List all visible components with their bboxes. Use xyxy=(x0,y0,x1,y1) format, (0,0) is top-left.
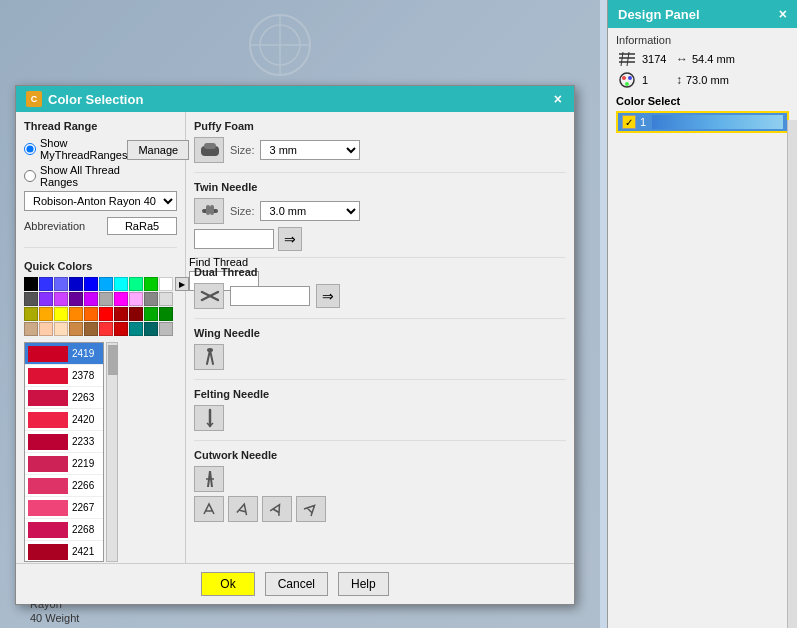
color-cell[interactable] xyxy=(99,322,113,336)
show-my-threads-radio[interactable] xyxy=(24,143,36,155)
dialog-titlebar: C Color Selection × xyxy=(16,86,574,112)
color-list-swatch xyxy=(28,522,68,538)
color-cell[interactable] xyxy=(144,292,158,306)
color-cell[interactable] xyxy=(54,292,68,306)
color-list-swatch xyxy=(28,434,68,450)
color-cell[interactable] xyxy=(39,277,53,291)
cutwork-tool-4[interactable] xyxy=(296,496,326,522)
color-list[interactable]: 2419237822632420223322192266226722682421… xyxy=(24,342,104,562)
design-panel-scrollbar[interactable] xyxy=(787,120,797,628)
color-list-item[interactable]: 2419 xyxy=(25,343,103,365)
cancel-button[interactable]: Cancel xyxy=(265,572,328,596)
color-cell[interactable] xyxy=(69,292,83,306)
thread-range-title: Thread Range xyxy=(24,120,177,132)
puffy-foam-icon[interactable] xyxy=(194,137,224,163)
color-cell[interactable] xyxy=(84,292,98,306)
color-checkbox[interactable]: ✓ xyxy=(622,115,636,129)
color-list-number: 2263 xyxy=(72,392,94,403)
color-cell[interactable] xyxy=(39,292,53,306)
color-cell[interactable] xyxy=(159,292,173,306)
color-cell[interactable] xyxy=(54,307,68,321)
color-cell[interactable] xyxy=(84,307,98,321)
color-list-scrollbar[interactable] xyxy=(106,342,118,562)
wing-needle-icon[interactable] xyxy=(194,344,224,370)
ok-button[interactable]: Ok xyxy=(201,572,254,596)
color-cell[interactable] xyxy=(99,277,113,291)
color-list-item[interactable]: 2219 xyxy=(25,453,103,475)
twin-needle-size-select[interactable]: 3.0 mm xyxy=(260,201,360,221)
color-list-item[interactable]: 2378 xyxy=(25,365,103,387)
color-list-item[interactable]: 2267 xyxy=(25,497,103,519)
quick-colors-title: Quick Colors xyxy=(24,260,189,272)
cutwork-needle-icon[interactable] xyxy=(194,466,224,492)
dialog-close-button[interactable]: × xyxy=(552,91,564,107)
color-list-swatch xyxy=(28,346,68,362)
color-list-item[interactable]: 2233 xyxy=(25,431,103,453)
color-cell[interactable] xyxy=(129,292,143,306)
color-cell[interactable] xyxy=(24,307,38,321)
color-cell[interactable] xyxy=(159,277,173,291)
color-select-row[interactable]: ✓ 1 xyxy=(616,111,789,133)
color-cell[interactable] xyxy=(159,307,173,321)
height-value: 73.0 mm xyxy=(686,74,729,86)
color-cell[interactable] xyxy=(144,322,158,336)
color-cell[interactable] xyxy=(129,322,143,336)
svg-point-12 xyxy=(625,82,629,86)
color-cell[interactable] xyxy=(69,277,83,291)
thread-range-dropdown[interactable]: Robison-Anton Rayon 40 xyxy=(24,191,177,211)
color-cell[interactable] xyxy=(24,292,38,306)
color-list-number: 2219 xyxy=(72,458,94,469)
color-cell[interactable] xyxy=(24,322,38,336)
dual-thread-color-input[interactable] xyxy=(230,286,310,306)
cutwork-tool-2[interactable] xyxy=(228,496,258,522)
design-panel-close-button[interactable]: × xyxy=(779,6,787,22)
color-cell[interactable] xyxy=(84,277,98,291)
cutwork-needle-section: Cutwork Needle xyxy=(194,449,566,528)
felting-needle-section: Felting Needle xyxy=(194,388,566,441)
color-cell[interactable] xyxy=(69,307,83,321)
manage-button[interactable]: Manage xyxy=(127,140,189,160)
color-cell[interactable] xyxy=(39,307,53,321)
color-list-item[interactable]: 2420 xyxy=(25,409,103,431)
dual-thread-icon[interactable] xyxy=(194,283,224,309)
color-cell[interactable] xyxy=(99,292,113,306)
color-list-item[interactable]: 2421 xyxy=(25,541,103,562)
color-cell[interactable] xyxy=(114,292,128,306)
color-cell[interactable] xyxy=(144,307,158,321)
color-cell[interactable] xyxy=(39,322,53,336)
color-cell[interactable] xyxy=(114,307,128,321)
twin-needle-color-input[interactable] xyxy=(194,229,274,249)
help-button[interactable]: Help xyxy=(338,572,389,596)
color-cell[interactable] xyxy=(54,322,68,336)
color-cell[interactable] xyxy=(159,322,173,336)
color-cell[interactable] xyxy=(84,322,98,336)
show-all-threads-radio[interactable] xyxy=(24,170,36,182)
svg-rect-40 xyxy=(210,205,214,215)
color-list-item[interactable]: 2266 xyxy=(25,475,103,497)
dual-thread-color-pick-button[interactable]: ⇒ xyxy=(316,284,340,308)
color-cell[interactable] xyxy=(99,307,113,321)
color-cell[interactable] xyxy=(129,277,143,291)
design-panel: Design Panel × Information 3174 ↔ 54.4 m… xyxy=(607,0,797,628)
wing-needle-row xyxy=(194,344,566,370)
twin-needle-color-pick-button[interactable]: ⇒ xyxy=(278,227,302,251)
color-cell[interactable] xyxy=(69,322,83,336)
felting-needle-title: Felting Needle xyxy=(194,388,566,400)
information-label: Information xyxy=(616,34,789,46)
color-cell[interactable] xyxy=(144,277,158,291)
svg-point-43 xyxy=(207,348,213,352)
color-list-item[interactable]: 2268 xyxy=(25,519,103,541)
cutwork-tool-1[interactable] xyxy=(194,496,224,522)
width-arrow-icon: ↔ xyxy=(676,52,688,66)
color-list-item[interactable]: 2263 xyxy=(25,387,103,409)
palette-icon xyxy=(616,71,638,89)
color-cell[interactable] xyxy=(54,277,68,291)
color-cell[interactable] xyxy=(129,307,143,321)
color-cell[interactable] xyxy=(114,322,128,336)
felting-needle-icon[interactable] xyxy=(194,405,224,431)
twin-needle-icon[interactable] xyxy=(194,198,224,224)
puffy-foam-size-select[interactable]: 3 mm xyxy=(260,140,360,160)
color-cell[interactable] xyxy=(114,277,128,291)
cutwork-tool-3[interactable] xyxy=(262,496,292,522)
color-cell[interactable] xyxy=(24,277,38,291)
